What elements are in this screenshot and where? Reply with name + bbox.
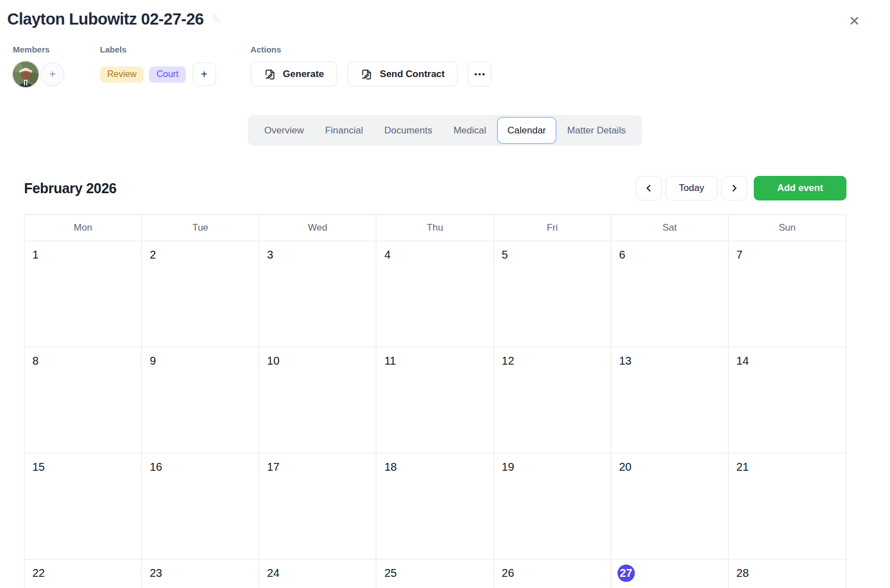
ellipsis-icon bbox=[475, 73, 485, 75]
day-cell-4[interactable]: 4 bbox=[376, 241, 494, 347]
day-number: 5 bbox=[502, 246, 508, 263]
day-cell-25[interactable]: 25 bbox=[376, 560, 494, 588]
day-cell-13[interactable]: 13 bbox=[611, 347, 729, 453]
day-cell-22[interactable]: 22 bbox=[25, 560, 142, 588]
label-tag-court[interactable]: Court bbox=[149, 66, 185, 83]
day-cell-5[interactable]: 5 bbox=[494, 241, 611, 347]
day-cell-12[interactable]: 12 bbox=[494, 347, 611, 453]
day-number: 10 bbox=[267, 352, 279, 369]
day-cell-27[interactable]: 27 bbox=[611, 560, 729, 588]
tab-bar: OverviewFinancialDocumentsMedicalCalenda… bbox=[248, 115, 642, 146]
weekday-sun: Sun bbox=[729, 215, 846, 241]
day-cell-23[interactable]: 23 bbox=[142, 560, 259, 588]
day-cell-20[interactable]: 20 bbox=[611, 453, 729, 560]
day-number: 17 bbox=[267, 458, 279, 475]
tab-calendar[interactable]: Calendar bbox=[497, 117, 557, 144]
weekday-mon: Mon bbox=[25, 215, 142, 241]
tab-matter-details[interactable]: Matter Details bbox=[557, 118, 637, 143]
day-number: 27 bbox=[618, 565, 635, 582]
day-cell-11[interactable]: 11 bbox=[376, 347, 494, 453]
day-cell-2[interactable]: 2 bbox=[142, 241, 259, 347]
day-number: 13 bbox=[619, 352, 631, 369]
tab-overview[interactable]: Overview bbox=[253, 118, 314, 143]
day-cell-7[interactable]: 7 bbox=[729, 241, 846, 347]
weekday-header-row: MonTueWedThuFriSatSun bbox=[25, 215, 846, 241]
weekday-thu: Thu bbox=[376, 215, 494, 241]
day-cell-8[interactable]: 8 bbox=[25, 347, 142, 453]
weekday-tue: Tue bbox=[142, 215, 259, 241]
weekday-sat: Sat bbox=[611, 215, 729, 241]
day-cell-6[interactable]: 6 bbox=[611, 241, 729, 347]
day-number: 6 bbox=[619, 246, 625, 263]
add-event-button[interactable]: Add event bbox=[754, 176, 846, 200]
more-actions-button[interactable] bbox=[468, 61, 491, 87]
close-icon[interactable]: ✕ bbox=[845, 11, 863, 31]
day-number: 7 bbox=[736, 246, 743, 263]
day-cell-19[interactable]: 19 bbox=[494, 453, 611, 560]
day-cell-28[interactable]: 28 bbox=[729, 560, 846, 588]
week-row: 15161718192021 bbox=[25, 453, 846, 560]
labels-section: Labels ReviewCourt + bbox=[100, 45, 216, 87]
day-number: 9 bbox=[150, 352, 156, 369]
actions-section: Actions GenerateSend Contract bbox=[251, 45, 492, 87]
day-cell-26[interactable]: 26 bbox=[494, 560, 611, 588]
today-button[interactable]: Today bbox=[666, 176, 717, 200]
day-number: 19 bbox=[502, 458, 514, 475]
day-number: 15 bbox=[32, 458, 45, 475]
month-title: February 2026 bbox=[24, 180, 117, 197]
day-cell-3[interactable]: 3 bbox=[259, 241, 376, 347]
day-number: 28 bbox=[736, 565, 749, 581]
send-contract-button[interactable]: Send Contract bbox=[347, 61, 458, 87]
day-cell-16[interactable]: 16 bbox=[142, 453, 259, 560]
file-pen-icon bbox=[264, 68, 276, 80]
day-cell-17[interactable]: 17 bbox=[259, 453, 376, 560]
members-label: Members bbox=[13, 45, 64, 54]
day-number: 11 bbox=[384, 352, 396, 369]
add-member-button[interactable]: + bbox=[41, 63, 64, 86]
label-tags: ReviewCourt bbox=[100, 66, 192, 83]
calendar-panel: February 2026 Today Add event MonTueWedT… bbox=[24, 176, 846, 588]
tab-financial[interactable]: Financial bbox=[314, 118, 374, 143]
day-number: 12 bbox=[502, 352, 514, 369]
day-cell-1[interactable]: 1 bbox=[25, 241, 142, 347]
week-row: 1234567 bbox=[25, 241, 846, 347]
day-number: 25 bbox=[384, 565, 396, 581]
day-number: 14 bbox=[736, 352, 749, 369]
tab-documents[interactable]: Documents bbox=[374, 118, 443, 143]
day-cell-18[interactable]: 18 bbox=[376, 453, 494, 560]
day-cell-21[interactable]: 21 bbox=[729, 453, 846, 560]
label-tag-review[interactable]: Review bbox=[100, 66, 143, 83]
day-number: 20 bbox=[619, 458, 631, 475]
add-label-button[interactable]: + bbox=[193, 63, 216, 86]
day-number: 22 bbox=[32, 565, 45, 581]
modal-header: Clayton Lubowitz 02-27-26 ✎ ✕ bbox=[0, 0, 890, 31]
meta-row: Members + Labels ReviewCourt bbox=[0, 45, 890, 87]
next-month-button[interactable] bbox=[721, 176, 747, 200]
member-photo-icon bbox=[13, 61, 39, 87]
edit-title-icon[interactable]: ✎ bbox=[212, 12, 222, 27]
day-number: 1 bbox=[32, 246, 39, 263]
tab-medical[interactable]: Medical bbox=[443, 118, 497, 143]
calendar-grid: MonTueWedThuFriSatSun 123456789101112131… bbox=[24, 214, 846, 588]
day-cell-24[interactable]: 24 bbox=[259, 560, 376, 588]
weekday-wed: Wed bbox=[259, 215, 376, 241]
day-number: 26 bbox=[502, 565, 514, 581]
avatar[interactable] bbox=[13, 61, 39, 87]
labels-label: Labels bbox=[100, 45, 216, 54]
generate-button[interactable]: Generate bbox=[251, 61, 338, 87]
members-section: Members + bbox=[13, 45, 64, 87]
day-cell-14[interactable]: 14 bbox=[729, 347, 846, 453]
prev-month-button[interactable] bbox=[636, 176, 662, 200]
day-cell-15[interactable]: 15 bbox=[25, 453, 142, 560]
day-number: 21 bbox=[736, 458, 749, 475]
actions-label: Actions bbox=[251, 45, 492, 54]
week-row: 22232425262728 bbox=[25, 560, 846, 588]
day-number: 3 bbox=[267, 246, 273, 263]
day-number: 2 bbox=[150, 246, 156, 263]
day-cell-9[interactable]: 9 bbox=[142, 347, 259, 453]
file-pen-icon bbox=[361, 68, 372, 80]
day-number: 8 bbox=[32, 352, 39, 369]
weekday-fri: Fri bbox=[494, 215, 611, 241]
day-cell-10[interactable]: 10 bbox=[259, 347, 376, 453]
day-number: 24 bbox=[267, 565, 279, 581]
